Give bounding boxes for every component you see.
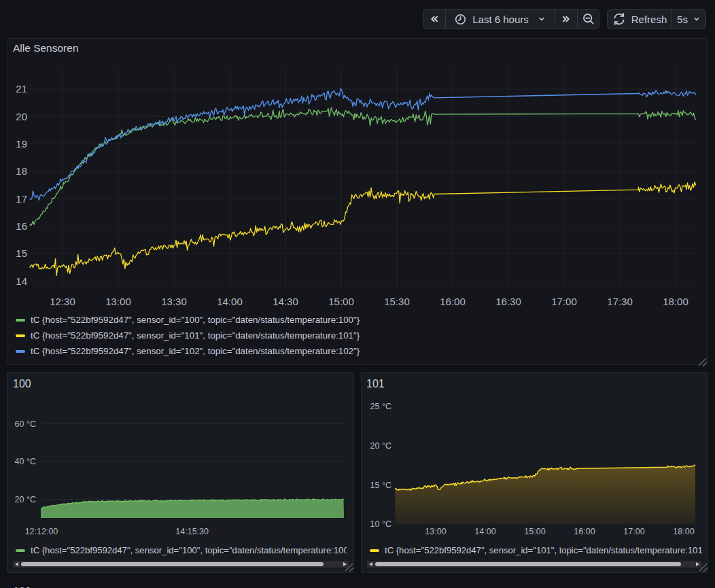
svg-text:15:00: 15:00 [328, 296, 354, 307]
svg-text:16: 16 [16, 220, 27, 232]
svg-text:14:15:30: 14:15:30 [175, 527, 209, 536]
svg-text:21: 21 [16, 83, 27, 94]
svg-text:15 °C: 15 °C [370, 481, 391, 490]
svg-text:17:30: 17:30 [607, 296, 633, 307]
svg-text:19: 19 [16, 138, 27, 150]
svg-text:20 °C: 20 °C [370, 441, 391, 451]
svg-text:18:00: 18:00 [663, 296, 688, 307]
svg-text:18: 18 [16, 165, 27, 177]
svg-text:14:00: 14:00 [474, 527, 495, 536]
svg-text:18:00: 18:00 [673, 527, 694, 536]
svg-text:14: 14 [16, 275, 27, 287]
svg-text:17: 17 [16, 193, 27, 205]
svg-text:15:30: 15:30 [384, 296, 410, 307]
svg-text:16:00: 16:00 [440, 296, 466, 307]
svg-text:25 °C: 25 °C [370, 402, 391, 411]
svg-text:60 °C: 60 °C [15, 419, 36, 429]
svg-text:12:30: 12:30 [50, 296, 75, 307]
svg-text:15: 15 [16, 247, 27, 259]
svg-text:17:00: 17:00 [551, 296, 577, 307]
svg-text:15:00: 15:00 [524, 527, 545, 536]
svg-text:14:00: 14:00 [217, 296, 243, 307]
svg-text:13:30: 13:30 [161, 296, 187, 307]
svg-text:12:12:00: 12:12:00 [25, 527, 58, 536]
svg-text:16:00: 16:00 [574, 527, 595, 536]
svg-text:13:00: 13:00 [425, 527, 446, 536]
svg-text:13:00: 13:00 [105, 296, 131, 307]
svg-text:14:30: 14:30 [273, 296, 298, 307]
svg-text:10 °C: 10 °C [370, 519, 391, 529]
svg-text:20 °C: 20 °C [15, 495, 36, 504]
svg-text:16:30: 16:30 [495, 296, 521, 307]
svg-text:40 °C: 40 °C [15, 457, 36, 466]
svg-text:20: 20 [16, 111, 27, 122]
svg-text:17:00: 17:00 [623, 527, 644, 536]
